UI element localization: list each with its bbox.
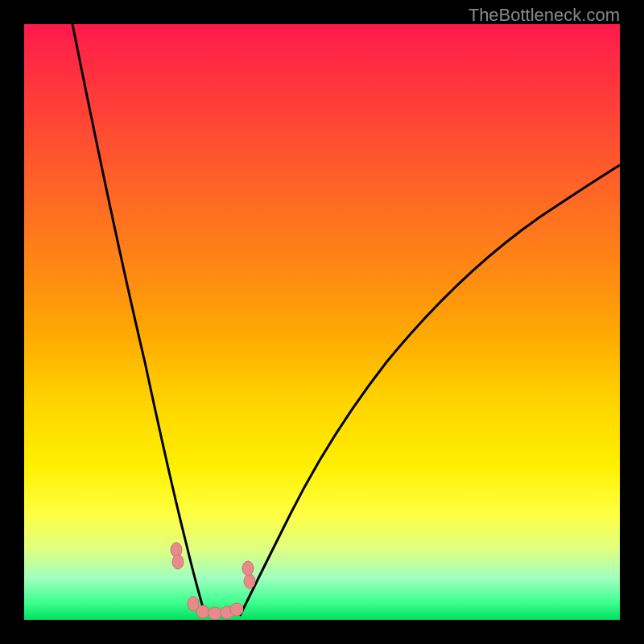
svg-point-4 — [208, 607, 221, 620]
svg-point-6 — [230, 603, 243, 616]
left-curve-path — [72, 24, 205, 616]
watermark-text: TheBottleneck.com — [469, 5, 620, 26]
marker-group — [171, 543, 255, 620]
svg-point-1 — [172, 555, 184, 569]
svg-point-8 — [242, 561, 254, 576]
svg-point-3 — [196, 605, 209, 618]
chart-plot-area — [24, 24, 620, 620]
right-curve-path — [240, 165, 620, 616]
chart-svg — [24, 24, 620, 620]
svg-point-7 — [244, 574, 255, 588]
